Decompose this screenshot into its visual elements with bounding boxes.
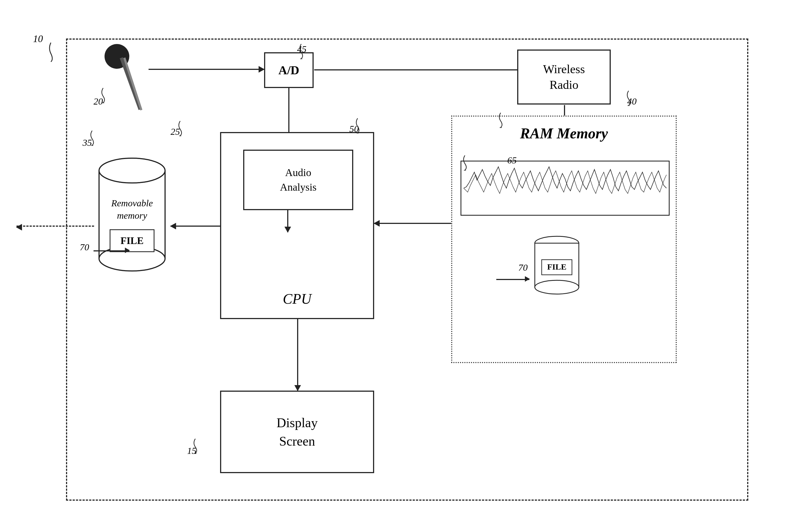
svg-marker-22 bbox=[464, 170, 466, 171]
svg-marker-16 bbox=[300, 59, 302, 59]
display-screen-box: Display Screen bbox=[220, 391, 374, 473]
wavy-20 bbox=[92, 87, 114, 103]
svg-marker-24 bbox=[194, 453, 196, 454]
ram-memory-title: RAM Memory bbox=[520, 125, 608, 142]
microphone-icon bbox=[105, 44, 129, 69]
label-70-main: 70 bbox=[80, 242, 89, 252]
wavy-30 bbox=[490, 111, 512, 128]
ram-memory-box: RAM Memory 65 FILE bbox=[451, 116, 677, 363]
arrow-cpu-to-memory bbox=[171, 226, 220, 227]
removable-memory-cylinder: Removable memory FILE bbox=[94, 154, 171, 281]
label-65: 65 bbox=[507, 155, 516, 166]
waveform-display bbox=[461, 160, 670, 216]
cylinder-svg: Removable memory FILE bbox=[94, 154, 171, 281]
ram-file-container: FILE bbox=[529, 232, 584, 299]
diagram: 10 20 A/D 45 Wireless Radio 40 30 RAM Me… bbox=[17, 17, 772, 515]
arrow-ram-to-cpu bbox=[374, 223, 451, 224]
svg-text:memory: memory bbox=[117, 210, 147, 221]
cpu-label: CPU bbox=[283, 291, 312, 307]
display-screen-label: Display Screen bbox=[277, 414, 318, 450]
svg-point-2 bbox=[535, 280, 579, 294]
svg-marker-17 bbox=[627, 106, 630, 106]
svg-marker-20 bbox=[179, 136, 181, 136]
svg-text:FILE: FILE bbox=[547, 262, 566, 271]
cpu-box: Audio Analysis CPU bbox=[220, 132, 374, 319]
svg-marker-21 bbox=[357, 133, 359, 133]
label-70-ram: 70 bbox=[518, 262, 528, 273]
svg-text:Removable: Removable bbox=[111, 198, 153, 208]
arrow-mic-to-ad bbox=[149, 69, 264, 70]
ram-file-icon: FILE bbox=[529, 232, 584, 298]
waveform-svg bbox=[461, 162, 669, 215]
wavy-45 bbox=[290, 43, 312, 59]
wavy-40 bbox=[618, 89, 640, 106]
svg-text:FILE: FILE bbox=[120, 235, 144, 246]
svg-marker-18 bbox=[500, 127, 502, 128]
wavy-15 bbox=[184, 437, 206, 454]
wavy-10 bbox=[34, 40, 68, 62]
wireless-radio-box: Wireless Radio bbox=[517, 50, 611, 104]
audio-analysis-box: Audio Analysis bbox=[243, 150, 353, 210]
svg-marker-15 bbox=[102, 102, 104, 103]
arrow-memory-to-semantic bbox=[17, 226, 94, 227]
wavy-35 bbox=[81, 129, 103, 146]
arrow-70-to-file bbox=[94, 250, 129, 251]
wavy-65 bbox=[454, 154, 476, 171]
ad-converter-label: A/D bbox=[278, 63, 299, 77]
wavy-50 bbox=[346, 117, 369, 133]
audio-analysis-label: Audio Analysis bbox=[280, 165, 317, 194]
arrow-wireless-horizontal bbox=[314, 69, 518, 71]
arrow-audio-internal bbox=[287, 210, 288, 232]
wireless-radio-label: Wireless Radio bbox=[543, 61, 585, 93]
svg-marker-19 bbox=[91, 145, 93, 146]
wavy-25 bbox=[169, 120, 191, 136]
arrow-to-ram-file bbox=[496, 279, 529, 280]
arrow-cpu-to-display bbox=[297, 319, 298, 391]
